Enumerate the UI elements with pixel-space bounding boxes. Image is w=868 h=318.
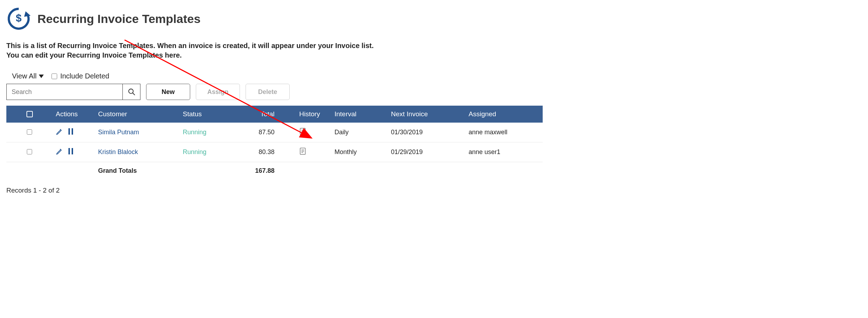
status-value: Running <box>183 148 206 155</box>
svg-rect-6 <box>72 128 73 135</box>
search-icon <box>128 88 135 96</box>
status-value: Running <box>183 129 206 136</box>
next-invoice-value: 01/30/2019 <box>387 123 465 142</box>
col-actions[interactable]: Actions <box>52 106 95 123</box>
search-button[interactable] <box>122 84 140 100</box>
assigned-value: anne user1 <box>465 142 543 162</box>
col-interval[interactable]: Interval <box>331 106 387 123</box>
table-row: Kristin Blalock Running 80.38 Monthly 01… <box>6 142 543 162</box>
edit-icon[interactable] <box>56 148 63 155</box>
interval-value: Monthly <box>331 142 387 162</box>
svg-text:$: $ <box>16 12 22 24</box>
search-group <box>6 84 140 100</box>
pause-icon[interactable] <box>68 148 74 154</box>
total-value: 87.50 <box>250 123 296 142</box>
intro-text: This is a list of Recurring Invoice Temp… <box>6 41 543 60</box>
svg-rect-5 <box>68 128 70 135</box>
assigned-value: anne maxwell <box>465 123 543 142</box>
delete-button[interactable]: Delete <box>246 84 290 100</box>
include-deleted-checkbox[interactable] <box>52 73 57 79</box>
total-value: 80.38 <box>250 142 296 162</box>
history-icon[interactable] <box>299 147 306 155</box>
col-total[interactable]: Total <box>250 106 296 123</box>
assign-button[interactable]: Assign <box>196 84 240 100</box>
customer-link[interactable]: Kristin Blalock <box>98 148 138 155</box>
pause-icon[interactable] <box>68 128 74 135</box>
col-assigned[interactable]: Assigned <box>465 106 543 123</box>
edit-icon[interactable] <box>56 128 63 135</box>
next-invoice-value: 01/29/2019 <box>387 142 465 162</box>
customer-link[interactable]: Simila Putnam <box>98 129 139 136</box>
templates-table: Actions Customer Status Total History In… <box>6 106 543 179</box>
svg-rect-12 <box>72 148 73 154</box>
new-button[interactable]: New <box>146 84 190 100</box>
table-row: Simila Putnam Running 87.50 Daily 01/30/… <box>6 123 543 142</box>
row-checkbox[interactable] <box>27 149 32 154</box>
records-count: Records 1 - 2 of 2 <box>6 187 543 194</box>
history-icon[interactable] <box>299 128 306 135</box>
grand-totals-row: Grand Totals 167.88 <box>6 162 543 180</box>
svg-rect-11 <box>68 148 70 154</box>
page-title: Recurring Invoice Templates <box>37 12 200 26</box>
include-deleted-toggle[interactable]: Include Deleted <box>50 72 109 80</box>
col-status[interactable]: Status <box>179 106 250 123</box>
caret-down-icon <box>39 75 44 78</box>
svg-point-3 <box>128 89 133 94</box>
row-checkbox[interactable] <box>27 129 32 135</box>
svg-marker-2 <box>39 75 44 78</box>
col-customer[interactable]: Customer <box>95 106 179 123</box>
svg-marker-0 <box>24 11 30 17</box>
view-all-dropdown[interactable]: View All <box>12 72 44 80</box>
select-all-checkbox[interactable] <box>26 111 33 117</box>
recurring-invoice-icon: $ <box>6 6 31 31</box>
col-next-invoice[interactable]: Next Invoice <box>387 106 465 123</box>
svg-line-4 <box>132 93 134 95</box>
search-input[interactable] <box>7 84 122 100</box>
col-history[interactable]: History <box>296 106 331 123</box>
interval-value: Daily <box>331 123 387 142</box>
